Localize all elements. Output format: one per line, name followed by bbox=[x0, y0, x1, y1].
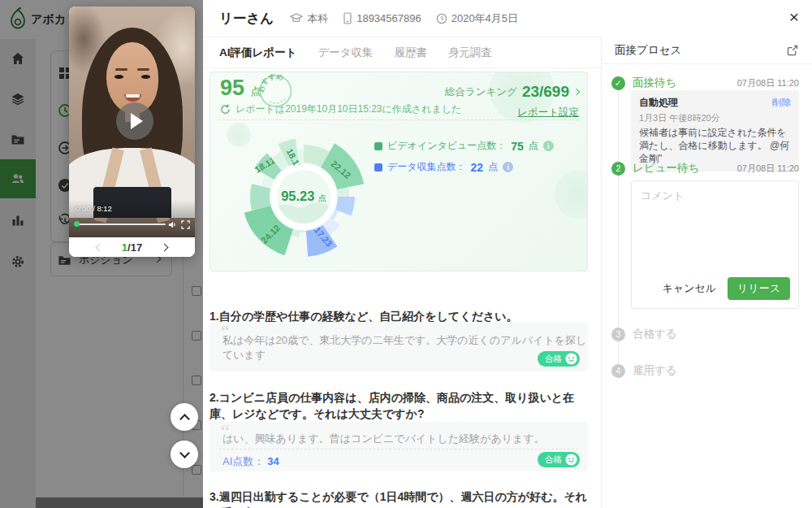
pass-badge: 合格 bbox=[538, 351, 580, 367]
chevron-down-icon bbox=[179, 448, 190, 458]
candidate-name: リーさん bbox=[219, 10, 274, 28]
divider bbox=[219, 449, 578, 449]
comment-placeholder: コメント bbox=[641, 189, 684, 203]
answer-text: 私は今年は20歳で、東北大学の二年生です。大学の近くのアルバイトを探しています bbox=[222, 333, 588, 363]
step-pass: 3 合格する bbox=[611, 327, 799, 341]
report-created-text: レポートは2019年10月10日15:23に作成されました bbox=[235, 102, 461, 116]
divider bbox=[218, 119, 579, 120]
scroll-up-button[interactable] bbox=[171, 403, 198, 431]
step-waiting-interview: ✓ 面接待ち 07月08日 11:20 bbox=[611, 76, 799, 90]
smiley-icon bbox=[565, 454, 577, 466]
step-number: 2 bbox=[611, 162, 625, 176]
graduation-cap-icon bbox=[290, 13, 303, 24]
step-number: 3 bbox=[611, 328, 625, 341]
phone-icon bbox=[343, 12, 352, 24]
tab-ai-report[interactable]: AI評価レポート bbox=[219, 46, 296, 60]
refresh-icon[interactable] bbox=[220, 104, 231, 115]
video-page-indicator: 1/17 bbox=[122, 241, 142, 254]
tab-background-check[interactable]: 身元調査 bbox=[448, 46, 492, 60]
ai-score-card: 95 点 おすすめ 総合ランキング 23/699 レポートは2019年10月10… bbox=[209, 72, 588, 271]
interview-process-panel: 面接プロセス ✓ 面接待ち 07月08日 11:20 自動処理 削除 1月3日 … bbox=[601, 37, 812, 508]
video-preview-panel: 0:00 / 8:12 1/17 bbox=[69, 7, 195, 257]
answer-card: “ はい、興味あります。昔はコンビニでバイトした経験があります。 AI点数：34… bbox=[209, 422, 588, 471]
legend-data-score: データ収集点数： 22 点 i bbox=[374, 160, 513, 174]
answer-card: “ 私は今年は20歳で、東北大学の二年生です。大学の近くのアルバイトを探していま… bbox=[209, 322, 588, 371]
phone-meta: 18934567896 bbox=[343, 12, 421, 24]
process-title: 面接プロセス bbox=[615, 43, 681, 58]
tab-data-collection[interactable]: データ収集 bbox=[317, 46, 373, 60]
video-progress-bar[interactable] bbox=[76, 224, 166, 226]
cancel-button[interactable]: キャンセル bbox=[663, 281, 717, 296]
report-created-row: レポートは2019年10月10日15:23に作成されました bbox=[220, 102, 461, 116]
progress-handle[interactable] bbox=[74, 221, 80, 227]
education-meta: 本科 bbox=[290, 11, 328, 26]
chevron-up-icon bbox=[179, 414, 190, 424]
candidate-detail-modal: リーさん 本科 18934567896 2020年4月5日 × AI評価レポート… bbox=[203, 0, 812, 508]
info-icon[interactable]: i bbox=[543, 141, 554, 151]
overall-ranking[interactable]: 総合ランキング 23/699 bbox=[445, 83, 579, 101]
export-icon[interactable] bbox=[786, 44, 799, 57]
clock-icon bbox=[436, 13, 447, 24]
tab-resume[interactable]: 履歴書 bbox=[395, 46, 428, 60]
scroll-down-button[interactable] bbox=[171, 441, 198, 468]
play-icon bbox=[131, 113, 143, 129]
candidate-video[interactable]: 0:00 / 8:12 bbox=[69, 7, 195, 237]
step-number: 4 bbox=[611, 364, 625, 378]
play-button[interactable] bbox=[116, 102, 153, 140]
auto-process-note: 自動処理 削除 1月3日 午後8時20分 候補者は事前に設定された条件を満たし、… bbox=[631, 90, 799, 172]
video-controls: 0:00 / 8:12 bbox=[69, 200, 195, 237]
legend-video-score: ビデオインタビュー点数： 75 点 i bbox=[374, 139, 554, 153]
report-settings-link[interactable]: レポート設定 bbox=[517, 106, 579, 119]
prev-video-button[interactable] bbox=[96, 243, 104, 251]
step-waiting-review: 2 レビュー待ち 07月08日 11:20 bbox=[611, 161, 799, 176]
chevron-right-icon bbox=[573, 89, 580, 95]
legend-swatch bbox=[374, 142, 382, 150]
step-check-icon: ✓ bbox=[611, 76, 625, 90]
video-time: 0:00 / 8:12 bbox=[76, 204, 112, 213]
info-icon[interactable]: i bbox=[503, 162, 513, 172]
video-pagination: 1/17 bbox=[69, 237, 195, 257]
release-button[interactable]: リリース bbox=[728, 277, 790, 300]
question-title: 2.コンビニ店員の仕事内容は、店内の掃除、商品の注文、取り扱いと在庫、レジなどで… bbox=[209, 389, 588, 423]
legend-swatch bbox=[374, 163, 382, 172]
process-header: 面接プロセス bbox=[602, 37, 812, 64]
question-title: 3.週四日出勤することが必要で（1日4時間で）、週六日の方が好む。それは受け入れ… bbox=[209, 488, 588, 508]
step-hire: 4 雇用する bbox=[611, 363, 799, 378]
date-meta: 2020年4月5日 bbox=[436, 11, 518, 26]
ai-score: AI点数：34 bbox=[222, 454, 279, 469]
next-video-button[interactable] bbox=[161, 243, 169, 251]
chart-legend: ビデオインタビュー点数： 75 点 i bbox=[374, 139, 554, 153]
comment-input[interactable]: コメント キャンセル リリース bbox=[631, 180, 799, 309]
close-icon[interactable]: × bbox=[789, 8, 799, 25]
score-sunburst-chart: 22.1217.2324.1218.1218.12 95.23 点 bbox=[218, 123, 389, 271]
modal-header: リーさん 本科 18934567896 2020年4月5日 × bbox=[203, 0, 812, 37]
smiley-icon bbox=[565, 353, 577, 365]
fullscreen-icon[interactable] bbox=[181, 220, 190, 229]
tab-bar: AI評価レポート データ収集 履歴書 身元調査 bbox=[203, 37, 601, 68]
pass-badge: 合格 bbox=[538, 452, 580, 467]
chart-legend: データ収集点数： 22 点 i bbox=[374, 160, 513, 174]
delete-link[interactable]: 削除 bbox=[772, 97, 791, 109]
answer-text: はい、興味あります。昔はコンビニでバイトした経験があります。 bbox=[222, 432, 545, 446]
volume-icon[interactable] bbox=[168, 220, 177, 229]
